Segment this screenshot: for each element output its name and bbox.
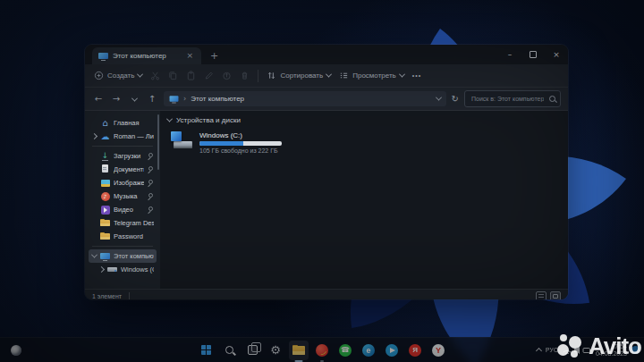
sidebar-item-telegram-desktop[interactable]: Telegram Deskt <box>89 216 157 230</box>
pin-icon <box>148 180 154 186</box>
breadcrumb-location[interactable]: Этот компьютер <box>191 95 244 103</box>
search-input[interactable] <box>470 95 546 103</box>
chevron-right-icon[interactable] <box>98 267 104 272</box>
group-header-devices[interactable]: Устройства и диски <box>167 116 568 124</box>
search-box[interactable] <box>464 90 561 107</box>
window-body: Главная Roman — Личн Загрузки <box>85 111 568 289</box>
tab-close-icon[interactable]: × <box>184 52 195 60</box>
navigation-pane: Главная Roman — Личн Загрузки <box>85 111 160 289</box>
rename-icon[interactable] <box>204 71 214 80</box>
drive-item-windows-c[interactable]: Windows (C:) 105 ГБ свободно из 222 ГБ <box>171 131 568 154</box>
hidden-icons-chevron[interactable] <box>536 348 542 354</box>
music-icon <box>101 192 110 201</box>
address-dropdown-icon[interactable] <box>436 95 442 101</box>
telegram-button[interactable] <box>382 341 402 360</box>
language-indicator[interactable]: РУС <box>546 347 558 353</box>
collapse-icon[interactable] <box>166 116 173 122</box>
toolbar-divider <box>258 70 258 82</box>
icons-view-toggle[interactable] <box>550 291 561 300</box>
paste-icon[interactable] <box>186 71 196 80</box>
drive-usage-bar <box>199 141 282 146</box>
copy-icon[interactable] <box>168 71 178 80</box>
breadcrumb-separator: › <box>183 95 186 103</box>
sidebar-item-home[interactable]: Главная <box>89 116 157 130</box>
group-header-label: Устройства и диски <box>176 116 241 124</box>
recent-locations-icon[interactable] <box>128 95 140 104</box>
sidebar-scrollbar[interactable] <box>157 114 159 170</box>
chevron-down-icon[interactable] <box>91 254 97 258</box>
sidebar-item-pictures[interactable]: Изображени <box>89 176 157 189</box>
sidebar-item-downloads[interactable]: Загрузки <box>89 149 157 163</box>
sort-arrows-icon <box>267 71 276 80</box>
back-icon[interactable]: ← <box>92 95 105 104</box>
red-app-button[interactable] <box>312 341 332 360</box>
new-tab-button[interactable]: + <box>210 48 218 64</box>
explorer-window: Этот компьютер × + – × Создать <box>85 45 568 299</box>
sidebar-item-label: Windows (C:) <box>121 265 154 274</box>
avito-logo-icon <box>557 333 584 360</box>
sidebar-item-label: Telegram Deskt <box>114 219 154 227</box>
yandex-browser-button[interactable]: Y <box>428 341 448 360</box>
minimize-button[interactable]: – <box>498 45 521 64</box>
running-indicator <box>320 360 324 362</box>
details-view-toggle[interactable] <box>536 291 547 300</box>
documents-icon <box>100 164 110 174</box>
more-options-icon[interactable]: ••• <box>412 72 421 79</box>
active-indicator <box>295 360 303 362</box>
up-icon[interactable]: ↑ <box>146 95 158 104</box>
window-controls: – × <box>498 45 568 64</box>
drive-icon <box>107 265 117 274</box>
sidebar-item-windows-c[interactable]: Windows (C:) <box>96 263 157 276</box>
forward-icon[interactable]: → <box>110 95 123 104</box>
settings-button[interactable]: ⚙ <box>266 341 285 360</box>
chevron-down-icon <box>137 72 143 78</box>
yandex-browser-icon: Y <box>432 344 445 357</box>
edge-button[interactable]: e <box>359 341 378 360</box>
chevron-down-icon <box>326 72 332 78</box>
videos-icon <box>101 206 110 215</box>
view-button[interactable]: Просмотреть <box>339 71 404 80</box>
drive-usage-fill <box>199 141 243 146</box>
drive-capacity: 105 ГБ свободно из 222 ГБ <box>199 147 282 154</box>
chevron-down-icon <box>131 95 137 101</box>
plus-circle-icon <box>94 71 104 80</box>
cut-icon[interactable] <box>150 71 160 80</box>
sidebar-item-this-pc[interactable]: Этот компьютер <box>89 249 157 263</box>
sidebar-item-label: Загрузки <box>114 152 144 160</box>
avito-watermark: Avito <box>557 333 641 360</box>
sidebar-item-music[interactable]: Музыка <box>89 189 157 203</box>
sidebar-item-documents[interactable]: Документы <box>89 163 157 176</box>
whatsapp-button[interactable]: ☎ <box>335 341 355 360</box>
taskbar-search-button[interactable] <box>219 341 239 360</box>
sidebar-item-videos[interactable]: Видео <box>89 203 157 216</box>
breadcrumb[interactable]: › Этот компьютер <box>164 91 446 106</box>
refresh-icon[interactable]: ↻ <box>452 94 459 104</box>
edge-icon: e <box>362 344 375 357</box>
maximize-button[interactable] <box>521 45 545 64</box>
new-button[interactable]: Создать <box>94 71 142 80</box>
sidebar-item-label: Видео <box>114 206 144 214</box>
this-pc-icon <box>100 251 110 261</box>
telegram-icon <box>386 344 398 357</box>
red-app-icon <box>316 344 328 357</box>
close-button[interactable]: × <box>545 45 568 64</box>
sidebar-item-password[interactable]: Password <box>89 230 157 243</box>
share-icon[interactable] <box>222 71 232 80</box>
sort-button[interactable]: Сортировать <box>267 71 331 80</box>
titlebar[interactable]: Этот компьютер × + – × <box>85 45 568 64</box>
sidebar-item-label: Roman — Личн <box>114 132 154 140</box>
file-explorer-button[interactable] <box>289 341 309 360</box>
task-view-button[interactable] <box>242 341 262 360</box>
status-bar: 1 элемент <box>85 289 568 299</box>
chevron-right-icon[interactable] <box>91 134 97 139</box>
tab-this-pc[interactable]: Этот компьютер × <box>92 47 201 64</box>
this-pc-icon <box>98 51 108 61</box>
sidebar-item-onedrive[interactable]: Roman — Личн <box>89 130 157 143</box>
start-button[interactable] <box>196 341 216 360</box>
drive-body <box>174 141 192 148</box>
windows-flag-tile <box>171 131 182 141</box>
delete-icon[interactable] <box>240 71 250 80</box>
drive-name: Windows (C:) <box>199 131 282 139</box>
new-button-label: Создать <box>107 72 134 80</box>
ya-app-button[interactable]: Я <box>405 341 425 360</box>
